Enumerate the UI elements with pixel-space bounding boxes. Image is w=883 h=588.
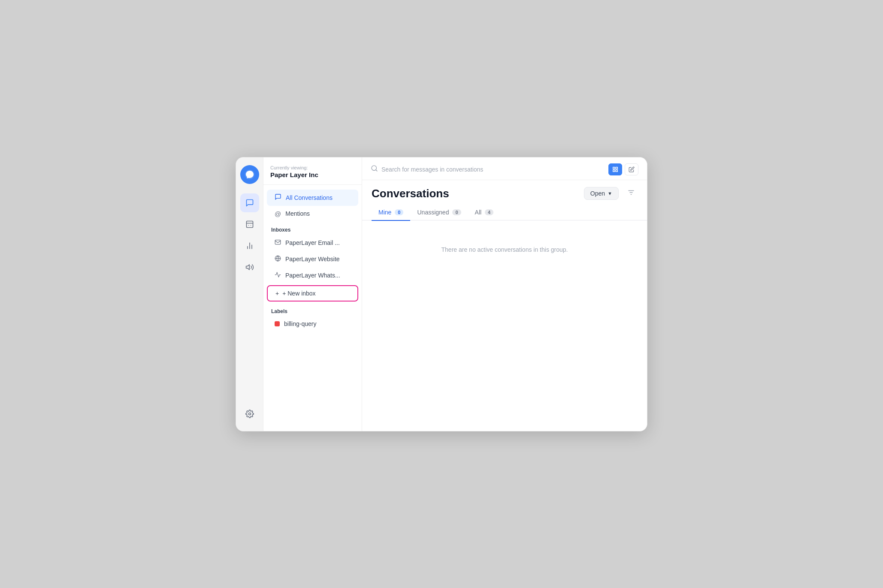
sidebar-header: Currently viewing: Paper Layer Inc	[263, 157, 362, 185]
search-icon	[371, 165, 378, 174]
whatsapp-inbox-label: PaperLayer Whats...	[285, 272, 340, 279]
filter-button[interactable]	[625, 187, 638, 200]
labels-section-title: Labels	[263, 303, 362, 316]
status-dropdown-label: Open	[590, 190, 605, 197]
website-inbox-icon	[275, 255, 281, 263]
contacts-nav-icon[interactable]	[240, 215, 259, 234]
email-inbox-icon	[275, 239, 281, 247]
all-conversations-label: All Conversations	[286, 194, 333, 201]
compose-button[interactable]	[625, 163, 638, 175]
tab-all-label: All	[475, 209, 482, 216]
viewing-label: Currently viewing:	[270, 165, 355, 170]
empty-state: There are no active conversations in thi…	[362, 220, 647, 431]
tab-all-count: 4	[485, 209, 493, 215]
top-bar-actions	[608, 163, 638, 175]
billing-query-label: billing-query	[284, 320, 316, 327]
conversations-nav-icon[interactable]	[240, 193, 259, 212]
search-placeholder: Search for messages in conversations	[381, 166, 483, 173]
email-inbox-label: PaperLayer Email ...	[285, 239, 340, 246]
mentions-icon: @	[275, 210, 281, 217]
svg-rect-1	[246, 221, 253, 227]
main-content: Search for messages in conversations	[362, 157, 647, 431]
svg-rect-16	[616, 170, 617, 172]
tab-all[interactable]: All 4	[468, 205, 501, 221]
settings-nav-icon[interactable]	[240, 404, 259, 423]
conversations-header: Conversations Open ▼	[362, 180, 647, 200]
svg-line-12	[376, 170, 377, 171]
mentions-label: Mentions	[285, 210, 310, 217]
sidebar-item-mentions[interactable]: @ Mentions	[267, 206, 358, 221]
sidebar-item-billing-query[interactable]: billing-query	[267, 317, 358, 331]
tab-unassigned-label: Unassigned	[417, 209, 449, 216]
chevron-down-icon: ▼	[608, 191, 612, 196]
svg-rect-8	[275, 240, 281, 244]
sidebar-nav: All Conversations @ Mentions Inboxes Pap…	[263, 185, 362, 431]
all-conversations-icon	[275, 193, 281, 202]
website-inbox-label: PaperLayer Website	[285, 256, 340, 262]
conversations-title: Conversations	[372, 187, 578, 200]
sidebar-item-website-inbox[interactable]: PaperLayer Website	[267, 251, 358, 267]
search-area[interactable]: Search for messages in conversations	[371, 165, 604, 174]
tabs-bar: Mine 0 Unassigned 0 All 4	[362, 200, 647, 221]
new-inbox-button[interactable]: + + New inbox	[267, 285, 358, 302]
status-dropdown[interactable]: Open ▼	[584, 187, 619, 200]
svg-point-7	[248, 413, 251, 415]
icon-bar	[236, 157, 263, 431]
app-window: Currently viewing: Paper Layer Inc All C…	[236, 157, 647, 431]
sidebar-item-whatsapp-inbox[interactable]: PaperLayer Whats...	[267, 268, 358, 283]
campaigns-nav-icon[interactable]	[240, 258, 259, 277]
tab-mine[interactable]: Mine 0	[372, 205, 410, 221]
tab-unassigned[interactable]: Unassigned 0	[410, 205, 468, 221]
company-name: Paper Layer Inc	[270, 171, 355, 178]
tab-mine-count: 0	[395, 209, 403, 215]
whatsapp-inbox-icon	[275, 271, 281, 280]
tab-mine-label: Mine	[378, 209, 391, 216]
grid-view-button[interactable]	[608, 163, 622, 175]
empty-state-message: There are no active conversations in thi…	[442, 246, 568, 253]
svg-rect-15	[613, 170, 615, 172]
reports-nav-icon[interactable]	[240, 236, 259, 255]
sidebar-item-all-conversations[interactable]: All Conversations	[267, 190, 358, 206]
svg-rect-14	[616, 167, 617, 169]
sidebar-item-email-inbox[interactable]: PaperLayer Email ...	[267, 235, 358, 251]
tab-unassigned-count: 0	[452, 209, 461, 215]
inboxes-section-title: Inboxes	[263, 222, 362, 235]
sidebar: Currently viewing: Paper Layer Inc All C…	[263, 157, 362, 431]
svg-rect-13	[613, 167, 615, 169]
new-inbox-plus-icon: +	[275, 290, 279, 297]
billing-query-dot	[275, 321, 280, 326]
new-inbox-label: + New inbox	[282, 290, 315, 297]
main-top-bar: Search for messages in conversations	[362, 157, 647, 180]
app-logo	[240, 165, 259, 184]
svg-marker-6	[246, 265, 249, 270]
